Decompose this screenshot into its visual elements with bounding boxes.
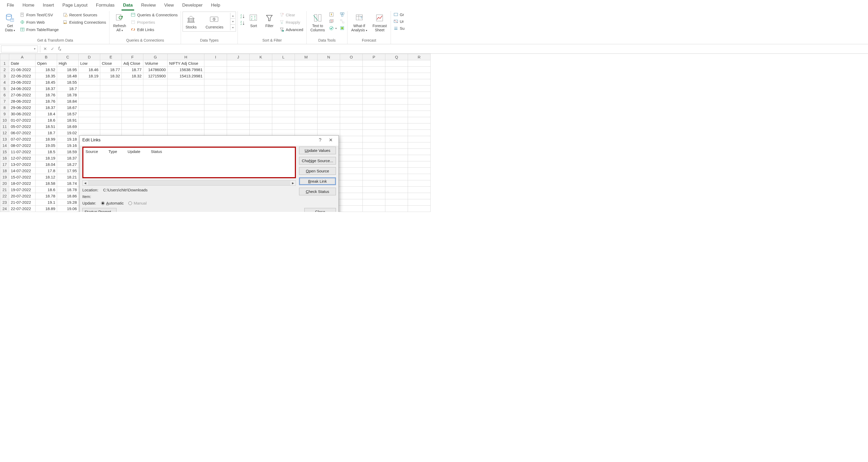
cell[interactable]: 18.55: [57, 79, 79, 86]
cell[interactable]: [167, 130, 205, 136]
row-header[interactable]: 8: [0, 105, 9, 111]
cell[interactable]: 18.32: [100, 73, 122, 79]
menu-page-layout[interactable]: Page Layout: [58, 1, 92, 10]
menu-formulas[interactable]: Formulas: [92, 1, 119, 10]
cell[interactable]: [363, 79, 385, 86]
cell[interactable]: [385, 142, 408, 149]
cell[interactable]: 18.35: [35, 73, 57, 79]
cell[interactable]: [408, 117, 431, 123]
cell[interactable]: 18.58: [35, 180, 57, 186]
cell[interactable]: 18.7: [57, 86, 79, 92]
cell[interactable]: [317, 123, 340, 130]
get-data-button[interactable]: Get Data ▾: [3, 11, 18, 33]
cell[interactable]: [363, 136, 385, 142]
cell[interactable]: [317, 79, 340, 86]
cell[interactable]: 18.57: [57, 111, 79, 117]
cell[interactable]: [340, 199, 363, 206]
row-header[interactable]: 15: [0, 149, 9, 155]
cell[interactable]: [227, 66, 250, 73]
cell[interactable]: [250, 98, 272, 105]
cell[interactable]: [408, 86, 431, 92]
row-header[interactable]: 16: [0, 155, 9, 162]
cell[interactable]: [167, 105, 205, 111]
cell[interactable]: 18.48: [57, 73, 79, 79]
row-header[interactable]: 14: [0, 142, 9, 149]
cell[interactable]: [250, 79, 272, 86]
menu-file[interactable]: File: [3, 1, 18, 10]
forecast-sheet-button[interactable]: Forecast Sheet: [370, 11, 389, 33]
cell[interactable]: [385, 180, 408, 186]
cell[interactable]: [272, 79, 295, 86]
cell[interactable]: 15413.29981: [167, 73, 205, 79]
menu-home[interactable]: Home: [18, 1, 38, 10]
column-header[interactable]: A: [9, 54, 35, 60]
cell[interactable]: [363, 60, 385, 66]
cell[interactable]: Close: [100, 60, 122, 66]
cell[interactable]: [408, 123, 431, 130]
cell[interactable]: [295, 86, 317, 92]
cell[interactable]: [272, 105, 295, 111]
cell[interactable]: [385, 193, 408, 199]
cell[interactable]: [408, 98, 431, 105]
cell[interactable]: 06-07-2022: [9, 130, 35, 136]
cell[interactable]: [385, 117, 408, 123]
cell[interactable]: [205, 86, 227, 92]
startup-prompt-button[interactable]: Startup Prompt...: [82, 208, 117, 212]
cell[interactable]: [250, 111, 272, 117]
cell[interactable]: 18.45: [35, 79, 57, 86]
cell[interactable]: 14-07-2022: [9, 168, 35, 174]
cell[interactable]: [295, 105, 317, 111]
cell[interactable]: [385, 79, 408, 86]
cell[interactable]: [250, 130, 272, 136]
name-box[interactable]: ▼: [1, 46, 38, 52]
cell[interactable]: 19.28: [57, 199, 79, 206]
row-header[interactable]: 22: [0, 193, 9, 199]
cell[interactable]: [408, 199, 431, 206]
cell[interactable]: [340, 162, 363, 168]
remove-duplicates-button[interactable]: [328, 19, 338, 24]
cell[interactable]: [363, 92, 385, 98]
cell[interactable]: [385, 186, 408, 193]
cell[interactable]: [250, 92, 272, 98]
cell[interactable]: 15638.79981: [167, 66, 205, 73]
cell[interactable]: 18.52: [35, 66, 57, 73]
text-to-columns-button[interactable]: Text to Columns: [308, 11, 327, 33]
cell[interactable]: [227, 73, 250, 79]
cell[interactable]: [340, 66, 363, 73]
flash-fill-button[interactable]: [328, 11, 338, 18]
cell[interactable]: [408, 130, 431, 136]
cell[interactable]: 18.76: [35, 92, 57, 98]
cell[interactable]: 19-07-2022: [9, 186, 35, 193]
cell[interactable]: [363, 174, 385, 180]
open-source-button[interactable]: Open Source: [299, 167, 336, 175]
from-table-range-button[interactable]: From Table/Range: [19, 26, 60, 33]
cell[interactable]: [79, 105, 100, 111]
col-update[interactable]: Update: [128, 149, 140, 154]
cell[interactable]: 19.1: [35, 199, 57, 206]
cell[interactable]: [295, 111, 317, 117]
menu-help[interactable]: Help: [207, 1, 224, 10]
cell[interactable]: 18.78: [57, 92, 79, 98]
cell[interactable]: [363, 142, 385, 149]
row-header[interactable]: 23: [0, 199, 9, 206]
cell[interactable]: [143, 92, 167, 98]
column-header[interactable]: G: [143, 54, 167, 60]
cell[interactable]: 18.51: [35, 123, 57, 130]
cell[interactable]: 17.8: [35, 168, 57, 174]
cell[interactable]: [79, 123, 100, 130]
column-header[interactable]: F: [122, 54, 143, 60]
cell[interactable]: [143, 117, 167, 123]
row-header[interactable]: 12: [0, 130, 9, 136]
cell[interactable]: [79, 98, 100, 105]
cell[interactable]: [122, 79, 143, 86]
cell[interactable]: [167, 86, 205, 92]
cell[interactable]: [408, 149, 431, 155]
cell[interactable]: [385, 73, 408, 79]
cell[interactable]: [272, 98, 295, 105]
menu-review[interactable]: Review: [137, 1, 160, 10]
cell[interactable]: 05-07-2022: [9, 123, 35, 130]
cell[interactable]: [408, 142, 431, 149]
cell[interactable]: [385, 86, 408, 92]
cell[interactable]: [143, 130, 167, 136]
cell[interactable]: 18.77: [122, 66, 143, 73]
